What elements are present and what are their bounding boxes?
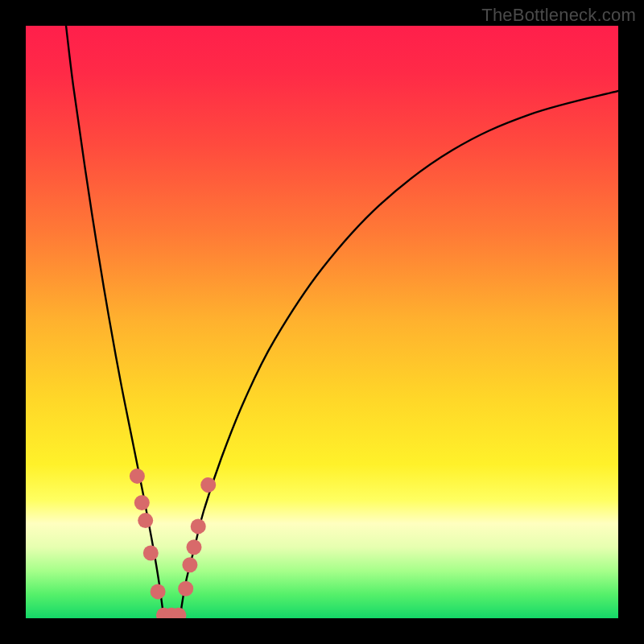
data-marker	[143, 546, 159, 561]
curve-right-branch	[180, 91, 618, 618]
data-marker	[134, 495, 150, 510]
data-marker	[191, 518, 206, 534]
watermark-text: TheBottleneck.com	[481, 5, 636, 26]
curve-left-branch	[66, 26, 163, 618]
data-marker	[182, 557, 197, 572]
chart-svg	[26, 26, 618, 618]
data-marker	[200, 477, 216, 493]
data-marker	[130, 469, 145, 484]
data-marker	[151, 584, 166, 599]
data-marker	[138, 513, 153, 528]
plot-area	[26, 26, 618, 618]
chart-frame: TheBottleneck.com	[0, 0, 644, 644]
data-marker	[187, 539, 202, 555]
data-marker	[178, 581, 193, 597]
